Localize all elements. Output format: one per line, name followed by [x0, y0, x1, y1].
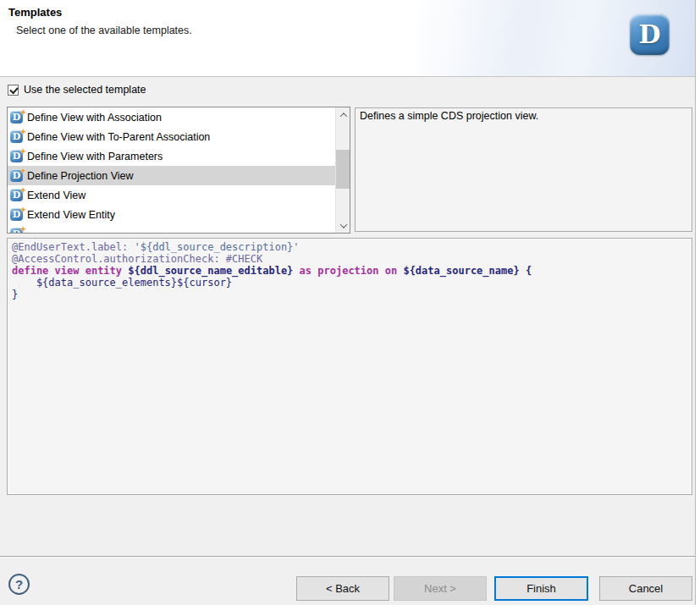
ddl-template-icon: D	[10, 130, 23, 143]
template-label: Extend View	[27, 190, 85, 201]
finish-button[interactable]: Finish	[494, 576, 588, 601]
template-label: Define View with Association	[27, 112, 162, 124]
back-button[interactable]: < Back	[296, 576, 389, 601]
template-list-item[interactable]: D Define View with Parameters	[8, 146, 335, 166]
chevron-down-icon	[339, 221, 346, 228]
cancel-button[interactable]: Cancel	[599, 576, 692, 601]
ddl-template-icon: D	[10, 189, 23, 201]
scrollbar-thumb[interactable]	[336, 150, 350, 189]
ddl-template-icon: D	[10, 228, 23, 233]
ddl-template-icon: D	[10, 169, 23, 182]
page-title: Templates	[8, 6, 62, 19]
code-line: define view entity ${ddl_source_name_edi…	[12, 265, 687, 277]
ddl-template-icon: D	[10, 150, 23, 162]
template-list-item[interactable]: D Extend View	[8, 185, 335, 205]
next-button: Next >	[394, 576, 487, 601]
data-definition-icon: D	[630, 14, 670, 55]
template-list-item[interactable]: D Define View with To-Parent Association	[8, 127, 335, 146]
ddl-template-icon: D	[10, 111, 23, 124]
template-label: Define Projection View	[27, 170, 134, 182]
template-list-item[interactable]: D Extend View Entity	[8, 205, 335, 224]
use-template-label: Use the selected template	[24, 84, 146, 96]
help-button[interactable]: ?	[8, 574, 30, 595]
wizard-banner: Templates Select one of the available te…	[0, 0, 695, 77]
template-list[interactable]: D Define View with Association D Define …	[7, 107, 350, 234]
code-line: @AccessControl.authorizationCheck: #CHEC…	[12, 253, 687, 265]
template-description-panel: Defines a simple CDS projection view.	[355, 107, 692, 232]
chevron-up-icon	[339, 113, 346, 119]
ddl-template-icon: D	[10, 208, 23, 221]
code-line: @EndUserText.label: '${ddl_source_descri…	[12, 241, 687, 253]
template-code-preview: @EndUserText.label: '${ddl_source_descri…	[7, 238, 692, 495]
template-list-item[interactable]: D	[8, 224, 335, 233]
use-template-option[interactable]: Use the selected template	[8, 84, 146, 96]
template-list-item[interactable]: D Define Projection View	[8, 166, 335, 185]
scroll-down-button[interactable]	[336, 218, 350, 233]
template-label: Extend View Entity	[27, 209, 115, 221]
template-list-rows: D Define View with Association D Define …	[8, 107, 335, 233]
use-template-checkbox[interactable]	[8, 85, 19, 96]
template-label: Define View with To-Parent Association	[27, 131, 210, 143]
template-label: Define View with Parameters	[27, 151, 163, 162]
page-subtitle: Select one of the available templates.	[16, 25, 192, 36]
code-line: }	[12, 289, 687, 300]
templates-wizard-dialog: Templates Select one of the available te…	[0, 0, 696, 605]
template-list-item[interactable]: D Define View with Association	[8, 107, 335, 127]
question-mark-icon: ?	[15, 577, 23, 591]
code-line: ${data_source_elements}${cursor}	[12, 277, 687, 289]
footer-separator	[0, 556, 695, 558]
scroll-up-button[interactable]	[336, 107, 350, 122]
list-scrollbar[interactable]	[335, 107, 350, 233]
